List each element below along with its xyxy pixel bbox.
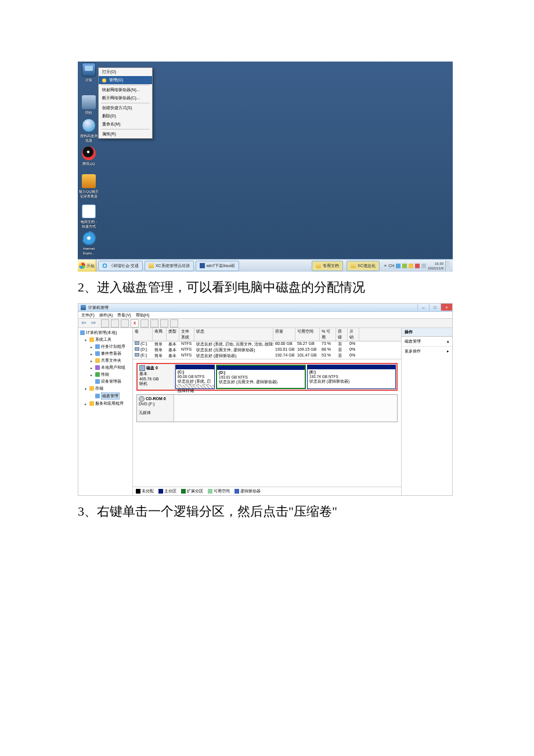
desktop-icon-doc[interactable]: 电商文档 - 快捷方式 xyxy=(79,204,99,229)
menu-bar: 文件(F) 操作(A) 查看(V) 帮助(H) xyxy=(78,312,452,319)
cdrom-info[interactable]: CD-ROM 0 DVD (F:) 无媒体 xyxy=(137,395,174,422)
actions-item-diskmgmt[interactable]: 磁盘管理 ▴ xyxy=(402,337,452,346)
taskbar-item-3[interactable]: win7下装linux双 xyxy=(196,261,240,271)
start-button[interactable]: 开始 xyxy=(78,260,96,272)
tree-devmgr[interactable]: 设备管理器 xyxy=(80,378,131,385)
icon-label: 搜狗高速浏览器 xyxy=(79,134,99,143)
col-overhead[interactable]: 开销 xyxy=(348,328,359,341)
volume-row-d[interactable]: (D:) 简单 基本 NTFS 状态良好 (页面文件, 逻辑驱动器) 193.0… xyxy=(133,347,401,353)
menu-manage[interactable]: 管理(G) xyxy=(99,76,152,84)
menu-rename[interactable]: 重命名(M) xyxy=(99,120,152,128)
tree-users[interactable]: ▸本地用户和组 xyxy=(80,364,131,371)
tree-services[interactable]: ▸服务和应用程序 xyxy=(80,400,131,407)
taskbar-item-label: win7下装linux双 xyxy=(207,263,236,269)
desktop-icon-recycle[interactable]: 回收 xyxy=(79,95,99,115)
tray-icon[interactable] xyxy=(402,264,407,268)
tray-icon[interactable] xyxy=(396,264,400,268)
volume-row-c[interactable]: (C:) 简单 基本 NTFS 状态良好 (系统, 启动, 页面文件, 活动, … xyxy=(133,341,401,347)
tree-root[interactable]: 计算机管理(本地) xyxy=(80,329,131,336)
menu-open[interactable]: 打开(O) xyxy=(99,68,152,76)
tree-scheduler[interactable]: ▸任务计划程序 xyxy=(80,343,131,350)
menu-file[interactable]: 文件(F) xyxy=(81,312,95,318)
tree-diskmgmt[interactable]: 磁盘管理 xyxy=(80,392,131,400)
sogou-icon xyxy=(102,263,107,268)
toolbar-button[interactable] xyxy=(150,319,158,327)
menu-delete[interactable]: 删除(D) xyxy=(99,112,152,120)
taskbar-item-2[interactable]: XC系统管理员培训 xyxy=(145,261,194,271)
back-button[interactable]: ⇦ xyxy=(81,319,89,327)
icon-label: 电商文档 - 快捷方式 xyxy=(79,219,99,229)
tree-shared[interactable]: ▸共享文件夹 xyxy=(80,357,131,364)
legend-free: 可用空间 xyxy=(208,488,230,494)
taskbar-folder-1[interactable]: 专用文档 xyxy=(312,261,343,271)
volume-icon[interactable] xyxy=(421,264,426,268)
col-pct[interactable]: % 可用 xyxy=(320,328,336,341)
taskbar-item-label: XC信息化 xyxy=(358,263,376,269)
toolbar-button[interactable] xyxy=(160,319,168,327)
partition-d[interactable]: (D:) 193.01 GB NTFS 状态良好 (页面文件, 逻辑驱动器) xyxy=(216,365,306,389)
toolbar-button[interactable] xyxy=(140,319,149,327)
tree-systools[interactable]: ▾系统工具 xyxy=(80,336,131,343)
menu-properties[interactable]: 属性(R) xyxy=(99,130,152,138)
show-desktop-button[interactable] xyxy=(445,261,450,271)
col-layout[interactable]: 布局 xyxy=(153,328,167,341)
tree-storage[interactable]: ▾存储 xyxy=(80,385,131,392)
desktop-screenshot: 计算 打开(O) 管理(G) 映射网络驱动器(N)... 断开网络驱动器(C).… xyxy=(78,62,453,272)
show-hidden-icons[interactable]: « xyxy=(384,263,387,268)
partition-c[interactable]: (C:) 80.00 GB NTFS 状态良好 (系统, 启动, 页面文件, 活… xyxy=(175,365,215,389)
disk-icon xyxy=(139,365,145,371)
menu-action[interactable]: 操作(A) xyxy=(99,312,113,318)
toolbar-button[interactable] xyxy=(101,319,109,327)
col-fs[interactable]: 文件系统 xyxy=(179,328,194,341)
menu-map-drive[interactable]: 映射网络驱动器(N)... xyxy=(99,86,152,94)
partition-e[interactable]: (E:) 192.74 GB NTFS 状态良好 (逻辑驱动器) xyxy=(307,365,396,389)
taskbar-item-1[interactable]: 《和谐社会·交通 xyxy=(98,261,143,271)
volume-row-e[interactable]: (E:) 简单 基本 NTFS 状态良好 (逻辑驱动器) 192.74 GB 1… xyxy=(133,353,401,359)
cdrom-block: CD-ROM 0 DVD (F:) 无媒体 xyxy=(136,394,398,422)
volume-icon xyxy=(135,347,139,351)
desktop-icon-ie[interactable]: Internet Explo... xyxy=(79,231,99,255)
desktop-icon-tool[interactable]: 魅力QQ聊天记录查看器 xyxy=(79,174,99,199)
start-label: 开始 xyxy=(86,263,95,269)
disk-0-info[interactable]: 磁盘 0 基本 465.76 GB 联机 xyxy=(138,364,175,390)
tree-perf[interactable]: ▸性能 xyxy=(80,371,131,378)
toolbar-button[interactable] xyxy=(111,319,119,327)
actions-pane: 操作 磁盘管理 ▴ 更多操作 ▸ xyxy=(401,328,452,495)
legend-primary: 主分区 xyxy=(158,488,176,494)
icon-label: 魅力QQ聊天记录查看器 xyxy=(79,189,99,199)
window-titlebar: 计算机管理 – □ × xyxy=(78,304,452,312)
col-capacity[interactable]: 容量 xyxy=(273,328,295,341)
menu-help[interactable]: 帮助(H) xyxy=(136,312,150,318)
toolbar-button[interactable]: X xyxy=(131,319,139,327)
toolbar-button[interactable] xyxy=(121,319,129,327)
legend-extended: 扩展分区 xyxy=(181,488,203,494)
cdrom-content[interactable] xyxy=(174,395,397,422)
ime-indicator[interactable]: CH xyxy=(388,264,394,268)
tray-icon[interactable] xyxy=(415,264,420,268)
col-type[interactable]: 类型 xyxy=(167,328,179,341)
tree-eventviewer[interactable]: ▸事件查看器 xyxy=(80,350,131,357)
menu-disconnect-drive[interactable]: 断开网络驱动器(C)... xyxy=(99,94,152,102)
legend-logical: 逻辑驱动器 xyxy=(234,488,261,494)
col-free[interactable]: 可用空间 xyxy=(295,328,320,341)
maximize-button[interactable]: □ xyxy=(429,304,441,311)
menu-view[interactable]: 查看(V) xyxy=(117,312,131,318)
desktop-icon-qq[interactable]: 腾讯QQ xyxy=(79,146,99,166)
taskbar-folder-2[interactable]: XC信息化 xyxy=(347,261,380,271)
tray-icon[interactable] xyxy=(409,264,413,268)
col-status[interactable]: 状态 xyxy=(194,328,273,341)
col-volume[interactable]: 卷 xyxy=(133,328,153,341)
tool-icon xyxy=(82,174,96,188)
volume-icon xyxy=(135,353,139,357)
desktop-icon-computer[interactable]: 计算 xyxy=(79,63,99,82)
disk-0-block: 磁盘 0 基本 465.76 GB 联机 (C:) 80.00 GB NTFS … xyxy=(136,363,398,391)
forward-button[interactable]: ⇨ xyxy=(91,319,99,327)
clock[interactable]: 16:30 2015/11/6 xyxy=(428,261,443,271)
menu-create-shortcut[interactable]: 创建快捷方式(S) xyxy=(99,104,152,112)
minimize-button[interactable]: – xyxy=(417,304,429,311)
col-fault[interactable]: 容错 xyxy=(336,328,348,341)
close-button[interactable]: × xyxy=(441,304,452,311)
toolbar-button[interactable] xyxy=(170,319,178,327)
actions-item-more[interactable]: 更多操作 ▸ xyxy=(402,346,452,356)
desktop-icon-browser[interactable]: 搜狗高速浏览器 xyxy=(79,118,99,143)
